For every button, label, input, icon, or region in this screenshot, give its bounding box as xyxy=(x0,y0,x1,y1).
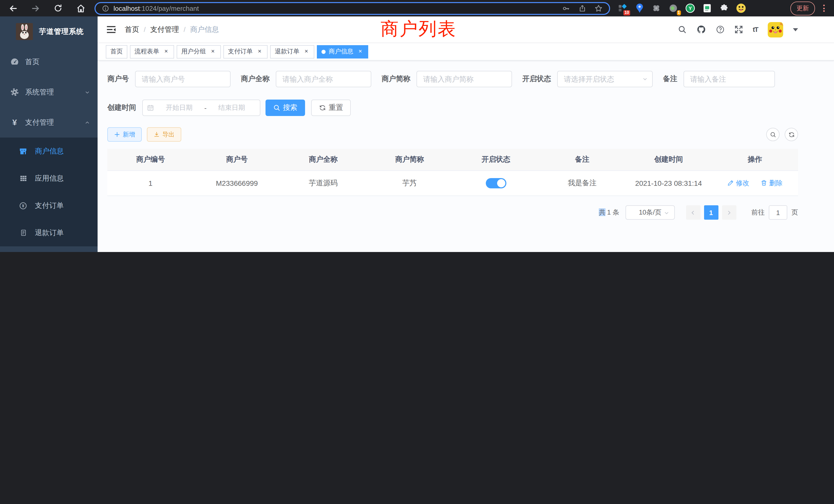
help-icon[interactable] xyxy=(716,25,724,34)
col-merchant-no: 商户号 xyxy=(194,149,280,171)
ext-blocks-icon[interactable]: 10 xyxy=(617,3,628,14)
sidebar-item-refund-order[interactable]: 退款订单 xyxy=(0,219,97,246)
sidebar-item-app-info[interactable]: 应用信息 xyxy=(0,165,97,192)
refresh-table-button[interactable] xyxy=(785,128,798,141)
page-1-button[interactable]: 1 xyxy=(704,205,718,220)
tab-merchant-info[interactable]: 商户信息 ✕ xyxy=(317,45,368,58)
browser-reload-icon[interactable] xyxy=(49,1,67,16)
toggle-search-button[interactable] xyxy=(766,128,780,141)
ext-notes-icon[interactable] xyxy=(702,3,713,14)
close-icon[interactable]: ✕ xyxy=(210,48,216,55)
sidebar-item-merchant-info[interactable]: 商户信息 xyxy=(0,138,97,165)
col-create-time: 创建时间 xyxy=(626,149,712,171)
ext-clover-icon[interactable] xyxy=(651,3,662,14)
url-bar[interactable]: localhost:1024/pay/merchant xyxy=(94,2,610,15)
tab-user-group[interactable]: 用户分组 ✕ xyxy=(177,45,221,58)
tab-pay-order[interactable]: 支付订单 ✕ xyxy=(223,45,267,58)
filter-row-1: 商户号 商户全称 商户简称 开启状态 xyxy=(107,71,798,87)
avatar-dropdown-caret-icon[interactable] xyxy=(793,28,798,31)
tab-process-form[interactable]: 流程表单 ✕ xyxy=(130,45,174,58)
breadcrumb-current: 商户信息 xyxy=(190,25,219,34)
chevron-down-icon xyxy=(84,89,90,95)
search-button[interactable]: 搜索 xyxy=(265,99,305,116)
close-icon[interactable]: ✕ xyxy=(357,48,364,55)
svg-text:Y: Y xyxy=(689,6,692,11)
sidebar-item-pay-order[interactable]: ¥ 支付订单 xyxy=(0,192,97,219)
browser-chrome: localhost:1024/pay/merchant 10 xyxy=(0,0,834,17)
remark-input[interactable] xyxy=(683,71,775,87)
document-icon xyxy=(19,229,27,236)
breadcrumb-separator: / xyxy=(183,26,185,33)
table-toolbar: 新增 导出 xyxy=(107,127,798,142)
short-name-input[interactable] xyxy=(416,71,512,87)
breadcrumb-payment[interactable]: 支付管理 xyxy=(150,25,179,34)
tab-label: 首页 xyxy=(110,47,123,56)
sidebar-item-label: 支付管理 xyxy=(25,118,54,127)
url-host: localhost xyxy=(113,4,140,12)
search-icon xyxy=(273,104,280,111)
fullscreen-icon[interactable] xyxy=(734,25,743,34)
ext-badge-count: 1 xyxy=(677,10,681,16)
goto-page-input[interactable] xyxy=(769,205,787,220)
delete-link-label: 删除 xyxy=(769,179,783,188)
edit-link-label: 修改 xyxy=(736,179,749,188)
close-icon[interactable]: ✕ xyxy=(163,48,170,55)
font-size-icon[interactable]: tT xyxy=(753,26,758,33)
edit-link[interactable]: 修改 xyxy=(727,179,749,188)
ext-puzzle-icon[interactable] xyxy=(719,3,730,14)
full-name-input[interactable] xyxy=(276,71,371,87)
reset-button[interactable]: 重置 xyxy=(311,99,351,116)
ext-pin-icon[interactable] xyxy=(634,3,645,14)
export-button[interactable]: 导出 xyxy=(147,127,181,142)
tab-refund-order[interactable]: 退款订单 ✕ xyxy=(270,45,314,58)
sidebar-item-label: 系统管理 xyxy=(25,88,54,97)
password-key-icon[interactable] xyxy=(562,4,571,13)
screen: localhost:1024/pay/merchant 10 xyxy=(0,0,834,252)
browser-menu-icon[interactable] xyxy=(821,4,827,13)
breadcrumb-home[interactable]: 首页 xyxy=(125,25,139,34)
create-time-range-picker[interactable]: 开始日期 - 结束日期 xyxy=(142,99,260,116)
bookmark-star-icon[interactable] xyxy=(594,4,603,13)
browser-forward-icon[interactable] xyxy=(27,1,44,16)
close-icon[interactable]: ✕ xyxy=(303,48,310,55)
site-info-icon[interactable] xyxy=(102,4,109,12)
browser-home-icon[interactable] xyxy=(72,1,89,16)
merchant-table: 商户编号 商户号 商户全称 商户简称 开启状态 备注 创建时间 操作 1 xyxy=(107,149,798,196)
sidebar-fold-icon[interactable] xyxy=(106,25,116,35)
add-button[interactable]: 新增 xyxy=(107,127,142,142)
sidebar-item-payment[interactable]: ¥ 支付管理 xyxy=(0,107,97,138)
merchant-no-input[interactable] xyxy=(135,71,231,87)
avatar[interactable] xyxy=(768,22,783,37)
share-icon[interactable] xyxy=(578,4,587,12)
delete-link[interactable]: 删除 xyxy=(761,179,783,188)
cell-merchant-id: 1 xyxy=(107,171,194,196)
browser-back-icon[interactable] xyxy=(4,1,22,16)
short-name-label: 商户简称 xyxy=(381,74,410,84)
ext-emoji-icon[interactable] xyxy=(736,3,747,14)
sidebar-logo[interactable]: 芋道管理系统 xyxy=(0,17,97,47)
tab-home[interactable]: 首页 xyxy=(106,45,127,58)
prev-page-button[interactable] xyxy=(686,205,700,220)
next-page-button[interactable] xyxy=(722,205,736,220)
close-icon[interactable]: ✕ xyxy=(256,48,263,55)
ext-recorder-icon[interactable]: 1 xyxy=(667,3,679,14)
ext-y-icon[interactable]: Y xyxy=(684,3,696,14)
create-time-label: 创建时间 xyxy=(107,103,136,112)
status-toggle[interactable] xyxy=(486,178,506,188)
edit-pencil-icon xyxy=(727,180,734,187)
tab-label: 支付订单 xyxy=(228,47,253,56)
sidebar-item-infrastructure[interactable]: 基础设施 xyxy=(0,246,97,252)
sidebar-item-home[interactable]: 首页 xyxy=(0,47,97,77)
browser-update-button[interactable]: 更新 xyxy=(790,1,815,15)
pagination: 共1 条 10条/页 1 前往 xyxy=(107,205,798,220)
sidebar-item-label: 商户信息 xyxy=(35,146,64,156)
plus-icon xyxy=(114,131,120,138)
extension-toolbar: 10 1 Y xyxy=(617,3,747,14)
sidebar-item-system[interactable]: 系统管理 xyxy=(0,77,97,107)
sidebar-item-label: 支付订单 xyxy=(35,201,64,210)
github-icon[interactable] xyxy=(696,25,706,35)
page-size-select[interactable]: 10条/页 xyxy=(626,205,675,220)
gear-icon xyxy=(10,88,19,96)
header-search-icon[interactable] xyxy=(678,25,686,34)
status-select[interactable] xyxy=(557,71,653,87)
